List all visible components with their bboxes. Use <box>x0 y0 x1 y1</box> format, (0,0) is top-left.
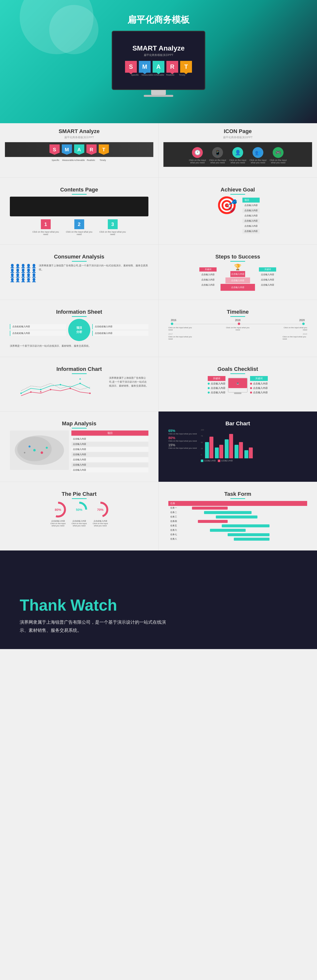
icon-title: ICON Page <box>163 128 312 135</box>
consumer-desc: 演界网隶属于上海锐普广告有限公司,是一个基于演示设计的一站式在线演示、素材销售、… <box>39 264 148 272</box>
svg-point-9 <box>50 389 51 390</box>
achieve-title: Achieve Goal <box>168 186 307 193</box>
donut-label-1: 80% <box>55 508 61 512</box>
hero-slide: 扁平化商务模板 SMART Analyze 扁平化商务模板演示PPT S M A… <box>0 0 317 123</box>
letter-t: T <box>180 61 192 73</box>
task-name-4: 任务四 <box>170 520 185 523</box>
gantt-bar-area-6 <box>186 529 305 532</box>
gantt-row-6: 任务六 <box>168 528 307 533</box>
chart-area <box>10 376 106 402</box>
icon-dark-bg: 🕐 Click on the input what you need 📱 Cli… <box>163 142 312 167</box>
check-dot-r1 <box>250 383 252 385</box>
infochart-desc: 演界网隶属于上海锐普广告有限公司,是一个基于演示设计的一站式在线演示、素材销售、… <box>109 376 148 388</box>
svg-point-10 <box>70 388 71 389</box>
infochart-title: Information Chart <box>10 366 148 372</box>
ls-m: M <box>62 145 72 155</box>
monitor-icon: 💻 <box>236 382 239 384</box>
icon-game: 🎮 <box>273 147 284 158</box>
bar-teal-4 <box>235 445 238 458</box>
content-text-2: Click on the input what you need <box>65 231 94 235</box>
smart-sub: 扁平化商务模板演示PPT <box>5 135 153 139</box>
checklist-left-header: 关键词 <box>208 376 225 381</box>
bar-pink-4 <box>239 442 243 458</box>
stat-num-80: 80% <box>168 436 197 440</box>
stat-sub-80: Click on the input what you need <box>168 440 197 442</box>
check-dot-r3 <box>250 391 252 393</box>
target-icon: 🎯 <box>216 197 238 214</box>
check-right-3: 点击输入内容 <box>250 391 268 394</box>
pie-slide: The Pie Chart 80% 点击处输入内容Click on the in… <box>0 482 158 550</box>
icon-item-1: 🕐 Click on the input what you need <box>189 147 206 164</box>
monitor-sub: 扁平化商务模板演示PPT <box>144 53 173 57</box>
content-num-2: 2 <box>74 219 84 229</box>
stat-sub-15: Click on the input what you need <box>168 447 197 449</box>
teal-divider <box>72 194 87 195</box>
person-5: 👤 <box>32 264 36 268</box>
trophy-icon: 🏆 <box>234 264 241 270</box>
row-smart-icon: SMART Analyze 扁平化商务模板演示PPT S M A R T Spe… <box>0 123 317 178</box>
timeline-slide: Timeline 2016 2018 2020 Click on the inp… <box>158 300 317 357</box>
gantt-row-7: 任务七 <box>168 533 307 537</box>
pie-item-3: 70% 点击处输入内容Click on the inputwhat you ne… <box>92 501 109 527</box>
check-left-3: 点击输入内容 <box>208 391 225 394</box>
legend-3: 点击输入内容 <box>71 447 148 452</box>
gantt-bar-2 <box>204 511 252 514</box>
gantt-bar-area-8 <box>186 538 305 541</box>
monitor: SMART Analyze 扁平化商务模板演示PPT S M A R T Spe… <box>107 31 210 110</box>
row-infosheet-timeline: Information Sheet 点击处处输入内容 点击处处输入内容 项目分析… <box>0 300 317 357</box>
step-text-left-2: 点击输入内容 <box>199 278 217 282</box>
task-slide: Task Form 任务 任务一 任务二 <box>158 482 317 550</box>
step-text-right-1: 点击输入内容 <box>259 272 276 277</box>
icon-label-3: Click on the input what you need <box>229 159 246 164</box>
bars-area: 100 75 50 25 0 <box>201 429 307 462</box>
content-item-3: 3 Click on the input what you need <box>98 219 127 235</box>
icon-item-4: 👥 Click on the input what you need <box>249 147 266 164</box>
person-15: 👤 <box>32 273 36 278</box>
achieve-item-5: 点击输入内容 <box>243 224 260 228</box>
gantt-bar-4 <box>198 520 228 523</box>
tl-text-1: Click on the input what you need <box>168 326 193 331</box>
stat-15: 15% Click on the input what you need <box>168 443 197 449</box>
bar-group-4 <box>235 442 243 458</box>
smart-dark-strip: S M A R T <box>5 142 153 157</box>
y-axis: 100 75 50 25 0 <box>201 429 204 456</box>
svg-point-18 <box>29 445 30 447</box>
timeline-labels-below: Click on the input what you need Click o… <box>168 336 307 340</box>
checklist-right-header: 关键词 <box>250 376 268 381</box>
consumer-slide: Consumer Analysis 👤 👤 👤 👤 👤 👤 👤 <box>0 245 158 300</box>
consumer-divider <box>72 261 87 262</box>
gantt-header: 任务 <box>168 501 307 506</box>
y-100: 100 <box>201 429 204 431</box>
step-kw-left-1: 关键词 <box>199 267 217 272</box>
year-2019: 2019 <box>303 333 307 335</box>
stat-80: 80% Click on the input what you need <box>168 436 197 442</box>
step-kw-right-1: 关键词 <box>259 267 276 272</box>
bar-group-2 <box>215 445 223 458</box>
smart-letters: S M A R T <box>125 61 192 73</box>
gantt-row-8: 任务八 <box>168 537 307 541</box>
bar-legend-teal: 点击输入内容 <box>201 459 216 462</box>
contents-dark-bg <box>10 197 148 216</box>
check-text-3: 点击输入内容 <box>211 391 225 394</box>
content-text-1: Click on the input what you need <box>31 231 60 235</box>
infosheet-slide: Information Sheet 点击处处输入内容 点击处处输入内容 项目分析… <box>0 300 158 357</box>
checklist-left: 关键词 点击输入内容 点击输入内容 点击输入内容 <box>208 376 225 394</box>
legend-title: 项目 <box>71 431 148 436</box>
consumer-title: Consumer Analysis <box>10 254 148 260</box>
legend-4: 点击输入内容 <box>71 452 148 457</box>
check-text-1: 点击输入内容 <box>211 382 225 385</box>
task-name-6: 任务六 <box>170 528 185 532</box>
ls-t: T <box>99 145 109 155</box>
line-chart-svg <box>10 376 106 401</box>
bar-group-1 <box>205 437 213 458</box>
person-9: 👤 <box>26 268 31 273</box>
target-container: 🎯 项目 点击输入内容 点击输入内容 点击输入内容 点击输入内容 点击输入内容 … <box>168 197 307 234</box>
person-13: 👤 <box>21 273 25 278</box>
barchart-title: Bar Chart <box>168 420 307 427</box>
ls-r: R <box>86 145 97 155</box>
stat-sub-65: Click on the input what you need <box>168 433 197 435</box>
bar-group-3 <box>225 434 233 458</box>
achieve-divider <box>230 194 245 195</box>
gantt-col-bars-header <box>186 502 305 505</box>
pie-title: The Pie Chart <box>10 491 148 497</box>
